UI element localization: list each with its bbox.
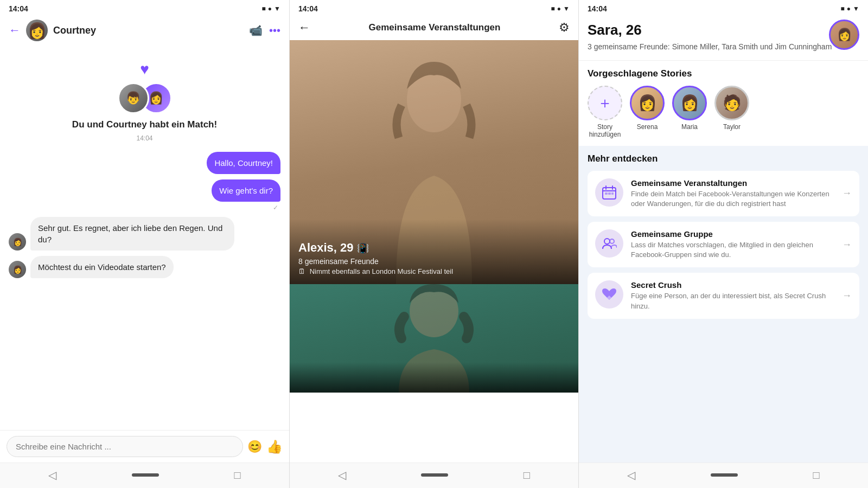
person-name-1: Alexis, 29 📳 — [298, 241, 570, 255]
square-nav-icon-3[interactable]: □ — [813, 469, 820, 481]
stories-row: ＋ Story hinzufügen 👩 Serena 👩 Maria — [588, 86, 859, 138]
sender-avatar-2: 👩 — [9, 261, 26, 278]
mehr-card-gruppe[interactable]: Gemeinsame Gruppe Lass dir Matches vorsc… — [588, 222, 859, 267]
status-bar-3: 14:04 ■ ● ▼ — [579, 0, 868, 15]
message-input[interactable] — [7, 436, 243, 457]
chat-header: ← 👩 Courtney 📹 ••• — [0, 15, 289, 46]
mehr-card-2-desc: Lass dir Matches vorschlagen, die Mitgli… — [631, 240, 834, 260]
mehr-card-events[interactable]: Gemeinsame Veranstaltungen Finde dein Ma… — [588, 171, 859, 216]
mehr-title: Mehr entdecken — [588, 153, 859, 164]
story-item-serena[interactable]: 👩 Serena — [630, 86, 665, 131]
mehr-arrow-2: → — [842, 239, 852, 251]
wifi-icon-2: ▼ — [563, 5, 570, 12]
message-in-row-2: 👩 Möchtest du ein Videodate starten? — [9, 256, 280, 278]
svg-point-9 — [604, 239, 610, 244]
back-nav-icon-3[interactable]: ◁ — [627, 468, 635, 481]
message-out-2: Wie geht's dir? — [212, 179, 280, 202]
mehr-card-3-desc: Füge eine Person, an der du interessiert… — [631, 291, 834, 311]
add-story-item[interactable]: ＋ Story hinzufügen — [588, 86, 622, 138]
my-avatar: 👦 — [118, 82, 149, 114]
sara-avatar: 👩 — [829, 20, 859, 50]
back-nav-icon[interactable]: ◁ — [48, 468, 56, 481]
svg-rect-8 — [611, 192, 614, 195]
nav-bar-3: ◁ □ — [579, 463, 868, 488]
contact-name: Courtney — [53, 25, 244, 36]
sender-avatar: 👩 — [9, 233, 26, 251]
mehr-arrow-3: → — [842, 290, 852, 301]
calendar-icon: 🗓 — [298, 267, 305, 275]
mehr-card-3-title: Secret Crush — [631, 280, 834, 290]
nav-bar-1: ◁ □ — [0, 463, 289, 488]
sara-info-section: 👩 Sara, 26 3 gemeinsame Freunde: Simone … — [579, 15, 868, 61]
emoji-button[interactable]: 😊 — [247, 440, 262, 454]
sara-friends: 3 gemeinsame Freunde: Simone Miller, Tar… — [588, 42, 859, 53]
square-nav-icon-2[interactable]: □ — [524, 469, 530, 481]
gruppe-card-icon — [595, 229, 623, 258]
taylor-avatar: 🧑 — [714, 86, 749, 120]
square-nav-icon[interactable]: □ — [234, 469, 241, 481]
back-nav-icon-2[interactable]: ◁ — [338, 468, 346, 481]
status-icons-1: ■ ● ▼ — [262, 5, 280, 12]
home-indicator-2[interactable] — [421, 473, 448, 477]
mehr-card-3-text: Secret Crush Füge eine Person, an der du… — [631, 280, 834, 311]
events-title: Gemeinsame Veranstaltungen — [310, 22, 559, 33]
message-out-1: Hallo, Courtney! — [207, 152, 280, 174]
add-story-label: Story hinzufügen — [589, 123, 621, 138]
match-time: 14:04 — [136, 134, 152, 142]
mehr-card-crush[interactable]: Secret Crush Füge eine Person, an der du… — [588, 273, 859, 318]
battery-icon: ■ — [262, 5, 266, 12]
events-back-button[interactable]: ← — [298, 21, 310, 35]
chat-input-bar: 😊 👍 — [0, 430, 289, 463]
friends-count-1: 8 gemeinsame Freunde — [298, 257, 570, 266]
signal-icon-2: ● — [557, 5, 561, 12]
stories-section: Vorgeschlagene Stories ＋ Story hinzufüge… — [579, 61, 868, 146]
match-heart-icon: ♥ — [140, 61, 149, 78]
event-overlay-1: Alexis, 29 📳 8 gemeinsame Freunde 🗓 Nimm… — [290, 219, 578, 284]
header-actions: 📹 ••• — [249, 24, 280, 37]
wifi-icon: ▼ — [274, 5, 280, 12]
event-card-1[interactable]: Alexis, 29 📳 8 gemeinsame Freunde 🗓 Nimm… — [290, 40, 578, 284]
message-status: ✓ — [9, 204, 280, 211]
video-call-icon[interactable]: 📹 — [249, 24, 263, 37]
story-item-maria[interactable]: 👩 Maria — [672, 86, 707, 131]
status-icons-2: ■ ● ▼ — [551, 5, 570, 12]
back-button[interactable]: ← — [9, 23, 21, 37]
match-avatars: 👦 👩 — [118, 82, 172, 115]
stories-title: Vorgeschlagene Stories — [588, 68, 859, 79]
events-header: ← Gemeinsame Veranstaltungen ⚙ — [290, 15, 578, 40]
like-button[interactable]: 👍 — [266, 439, 283, 454]
add-story-avatar: ＋ — [588, 86, 622, 120]
settings-icon[interactable]: ⚙ — [559, 21, 570, 35]
home-indicator[interactable] — [132, 473, 159, 477]
mehr-card-1-title: Gemeinsame Veranstaltungen — [631, 178, 834, 188]
message-in-row-1: 👩 Sehr gut. Es regnet, aber ich liebe de… — [9, 217, 280, 251]
mehr-card-1-text: Gemeinsame Veranstaltungen Finde dein Ma… — [631, 178, 834, 209]
story-item-taylor[interactable]: 🧑 Taylor — [714, 86, 749, 131]
svg-rect-7 — [608, 192, 611, 195]
taylor-label: Taylor — [723, 123, 741, 131]
svg-point-10 — [610, 239, 614, 243]
verified-icon: 📳 — [357, 243, 369, 254]
status-bar-1: 14:04 ■ ● ▼ — [0, 0, 289, 15]
home-indicator-3[interactable] — [711, 473, 738, 477]
battery-icon-2: ■ — [551, 5, 555, 12]
nav-bar-2: ◁ □ — [290, 463, 578, 488]
time-2: 14:04 — [298, 4, 318, 13]
mehr-arrow-1: → — [842, 188, 852, 199]
chat-body: ♥ 👦 👩 Du und Courtney habt ein Match! 14… — [0, 46, 289, 430]
wifi-icon-3: ▼ — [853, 5, 859, 12]
time-1: 14:04 — [9, 4, 28, 13]
mehr-card-2-title: Gemeinsame Gruppe — [631, 229, 834, 239]
event-overlay-2 — [290, 362, 578, 393]
contact-avatar: 👩 — [26, 20, 48, 41]
mehr-section: Mehr entdecken Gemeinsame Veranstaltunge… — [579, 146, 868, 463]
match-notification: ♥ 👦 👩 Du und Courtney habt ein Match! 14… — [9, 52, 280, 146]
more-options-icon[interactable]: ••• — [269, 24, 280, 37]
status-icons-3: ■ ● ▼ — [841, 5, 859, 12]
event-card-2[interactable] — [290, 284, 578, 393]
mehr-card-2-text: Gemeinsame Gruppe Lass dir Matches vorsc… — [631, 229, 834, 260]
status-bar-2: 14:04 ■ ● ▼ — [290, 0, 578, 15]
match-text: Du und Courtney habt ein Match! — [72, 119, 217, 130]
time-3: 14:04 — [588, 4, 607, 13]
events-card-icon — [595, 178, 623, 207]
